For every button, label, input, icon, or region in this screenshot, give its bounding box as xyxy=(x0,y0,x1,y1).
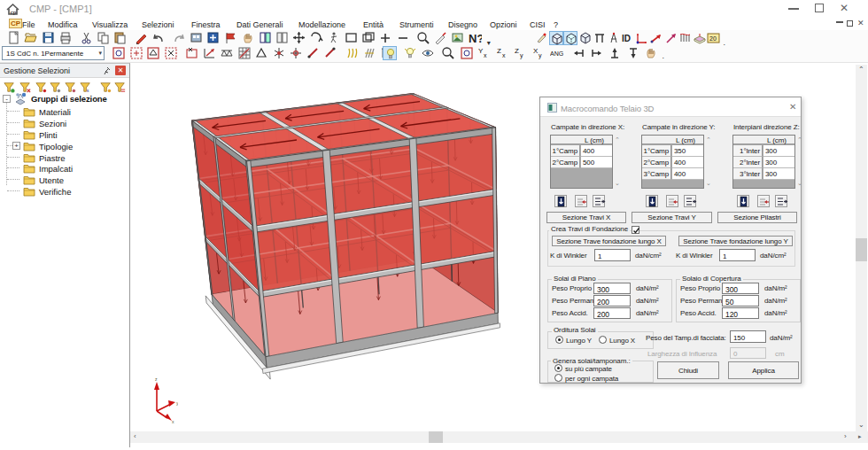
svg-text:ID: ID xyxy=(622,34,631,43)
svg-text:N?: N? xyxy=(469,32,482,45)
svg-text:Z: Z xyxy=(515,47,519,55)
svg-text:20: 20 xyxy=(709,35,717,42)
svg-text:y: y xyxy=(539,52,542,59)
svg-text:x: x xyxy=(502,52,506,58)
svg-text:x: x xyxy=(172,419,174,423)
svg-text:y: y xyxy=(520,52,523,59)
svg-text:Z: Z xyxy=(497,47,501,55)
svg-text:y: y xyxy=(176,400,178,406)
svg-text:cp: cp xyxy=(11,10,17,15)
svg-text:ANG: ANG xyxy=(550,50,563,57)
svg-text:x: x xyxy=(484,52,487,58)
svg-text:z: z xyxy=(155,377,158,382)
